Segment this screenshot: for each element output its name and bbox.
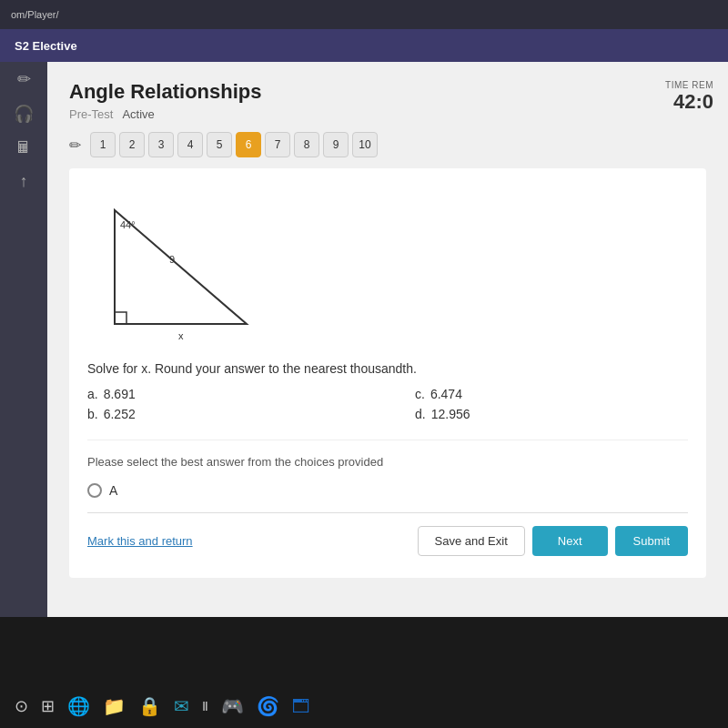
q-btn-4[interactable]: 4 (177, 132, 203, 157)
q-btn-6[interactable]: 6 (236, 132, 261, 157)
svg-rect-1 (115, 312, 126, 324)
pencil-sidebar-icon[interactable]: ✏ (17, 69, 31, 89)
answer-a[interactable]: a. 8.691 (87, 387, 360, 401)
question-nav: ✏ 1 2 3 4 5 6 7 8 9 10 (69, 132, 706, 157)
taskbar-mail-icon[interactable]: ✉ (174, 695, 189, 717)
submit-button[interactable]: Submit (615, 526, 688, 556)
q-btn-8[interactable]: 8 (294, 132, 319, 157)
answers-grid: a. 8.691 c. 6.474 b. 6.252 d. 12.956 (87, 387, 688, 421)
answer-a-letter: a. (87, 387, 98, 401)
next-button[interactable]: Next (532, 526, 608, 556)
answer-c-letter: c. (415, 387, 425, 401)
quiz-title: Angle Relationships (69, 80, 706, 104)
taskbar-files-icon[interactable]: 📁 (103, 695, 126, 717)
selected-answer-label: A (109, 483, 117, 498)
pencil-nav-icon[interactable]: ✏ (69, 136, 81, 154)
x-label: x (178, 330, 184, 341)
headphone-sidebar-icon[interactable]: 🎧 (14, 104, 34, 124)
answer-d[interactable]: d. 12.956 (415, 407, 688, 421)
footer-buttons: Save and Exit Next Submit (418, 526, 688, 556)
quiz-subtitle: Pre-Test Active (69, 107, 706, 121)
q-btn-7[interactable]: 7 (265, 132, 290, 157)
main-content: ✏ 🎧 🖩 ↑ TIME REM 42:0 Angle Relationship… (0, 62, 728, 617)
taskbar-xbox-icon[interactable]: 🎮 (221, 695, 244, 717)
q-btn-3[interactable]: 3 (148, 132, 174, 157)
question-area: 44° 9 x Solve for x. Round your answer t… (69, 168, 706, 578)
taskbar: ⊙ ⊞ 🌐 📁 🔒 ✉ Ⅱ 🎮 🌀 🗔 (0, 684, 728, 728)
answer-c[interactable]: c. 6.474 (415, 387, 688, 401)
save-exit-button[interactable]: Save and Exit (418, 526, 525, 556)
taskbar-start-icon[interactable]: ⊙ (15, 696, 28, 716)
taskbar-edge-icon[interactable]: 🌐 (67, 695, 90, 717)
angle-label: 44° (120, 219, 136, 230)
timer-value: 42:0 (665, 90, 713, 114)
radio-circle-icon (87, 483, 102, 498)
answer-b-letter: b. (87, 407, 98, 421)
browser-url: om/Player/ (11, 9, 59, 20)
app-header-title: S2 Elective (15, 39, 77, 53)
taskbar-file2-icon[interactable]: 🗔 (292, 696, 310, 717)
answer-b[interactable]: b. 6.252 (87, 407, 360, 421)
selection-notice: Please select the best answer from the c… (87, 440, 688, 469)
q-btn-9[interactable]: 9 (323, 132, 349, 157)
footer-bar: Mark this and return Save and Exit Next … (87, 512, 688, 556)
sidebar: ✏ 🎧 🖩 ↑ (0, 62, 47, 617)
answer-d-letter: d. (415, 407, 426, 421)
answer-a-value: 8.691 (104, 387, 136, 401)
q-btn-5[interactable]: 5 (207, 132, 232, 157)
selected-answer[interactable]: A (87, 483, 688, 498)
timer-label: TIME REM (665, 80, 713, 90)
q-btn-1[interactable]: 1 (90, 132, 116, 157)
content-panel: TIME REM 42:0 Angle Relationships Pre-Te… (47, 62, 728, 617)
taskbar-media-icon[interactable]: Ⅱ (202, 699, 208, 713)
taskbar-windows-icon[interactable]: ⊞ (41, 696, 55, 716)
subtitle-pretest: Pre-Test (69, 107, 113, 121)
answer-d-value: 12.956 (431, 407, 470, 421)
arrow-up-sidebar-icon[interactable]: ↑ (20, 172, 28, 191)
side-label: 9 (169, 254, 175, 265)
q-btn-2[interactable]: 2 (119, 132, 145, 157)
subtitle-active: Active (122, 107, 154, 121)
taskbar-lock-icon[interactable]: 🔒 (138, 695, 161, 717)
q-btn-10[interactable]: 10 (352, 132, 378, 157)
calculator-sidebar-icon[interactable]: 🖩 (15, 138, 32, 157)
mark-return-link[interactable]: Mark this and return (87, 534, 193, 548)
selection-notice-text: Please select the best answer from the c… (87, 455, 383, 469)
answer-b-value: 6.252 (104, 407, 136, 421)
browser-bar: om/Player/ (0, 0, 728, 29)
app-header: S2 Elective (0, 29, 728, 62)
taskbar-chrome-icon[interactable]: 🌀 (257, 695, 279, 717)
diagram-container: 44° 9 x (87, 183, 688, 347)
question-text: Solve for x. Round your answer to the ne… (87, 361, 688, 376)
answer-c-value: 6.474 (430, 387, 462, 401)
timer: TIME REM 42:0 (665, 80, 713, 114)
triangle-diagram: 44° 9 x (87, 183, 269, 347)
